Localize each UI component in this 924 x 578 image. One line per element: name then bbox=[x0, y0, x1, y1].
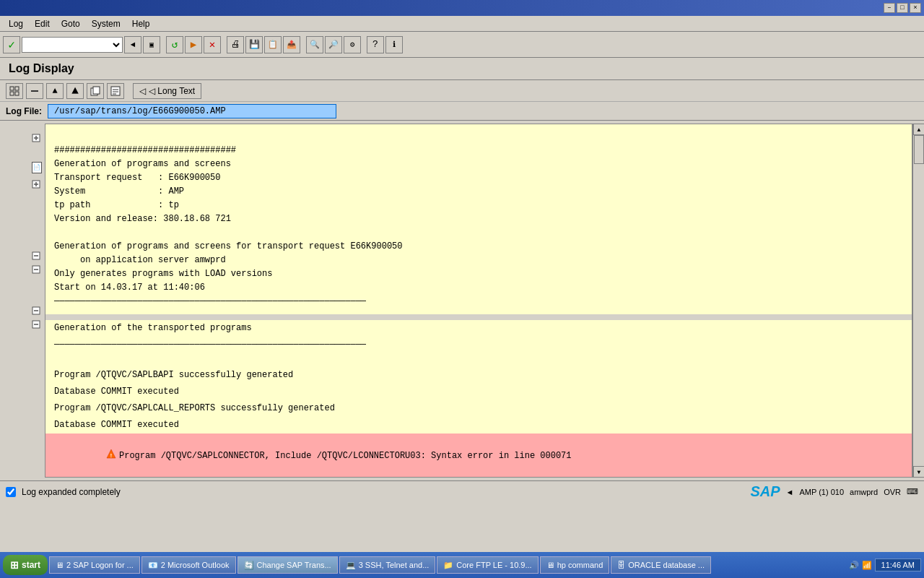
svg-rect-6 bbox=[93, 87, 100, 94]
long-text-label: ◁ Long Text bbox=[149, 86, 195, 96]
down-button[interactable]: ▲ bbox=[66, 83, 84, 99]
right-scrollbar[interactable]: ▲ ▼ bbox=[912, 124, 924, 478]
taskbar-item-1[interactable]: 📧 2 Microsoft Outlook bbox=[141, 556, 236, 574]
menu-system[interactable]: System bbox=[86, 17, 126, 30]
long-text-button[interactable]: ◁ ◁ Long Text bbox=[133, 83, 201, 99]
expand-all-button[interactable] bbox=[6, 83, 23, 99]
taskbar-icon-5: 🖥 bbox=[546, 561, 554, 569]
expand-err4[interactable] bbox=[32, 320, 40, 332]
taskbar-item-6[interactable]: 🗄 ORACLE database ... bbox=[611, 556, 711, 574]
log-line-commit1: Database COMMIT executed bbox=[45, 384, 912, 400]
log-line-4: System : AMP bbox=[54, 186, 184, 197]
up-button[interactable]: ▲ bbox=[46, 83, 64, 99]
forward-button[interactable]: ▣ bbox=[143, 36, 160, 53]
taskbar-item-3[interactable]: 💻 3 SSH, Telnet and... bbox=[339, 556, 436, 574]
settings-icon[interactable]: ⚙ bbox=[344, 36, 361, 53]
log-line-3: Transport request : E66K900050 bbox=[54, 173, 220, 183]
expand-err2[interactable] bbox=[32, 265, 40, 277]
icon-row-1 bbox=[1, 132, 43, 146]
scroll-up-button[interactable]: ▲ bbox=[913, 124, 924, 135]
menu-log[interactable]: Log bbox=[3, 17, 29, 30]
scroll-down-button[interactable]: ▼ bbox=[913, 466, 924, 478]
svg-rect-3 bbox=[15, 92, 19, 95]
log-line-2: Generation of programs and screens bbox=[54, 159, 231, 169]
taskbar-item-4[interactable]: 📁 Core FTP LE - 10.9... bbox=[437, 556, 538, 574]
title-bar-buttons: – □ × bbox=[884, 3, 921, 13]
log-file-bar: Log File: /usr/sap/trans/log/E66G900050.… bbox=[0, 102, 924, 121]
menu-edit[interactable]: Edit bbox=[29, 17, 56, 30]
taskbar-icon-6: 🗄 bbox=[617, 561, 625, 569]
svg-rect-0 bbox=[10, 87, 14, 90]
taskbar-label-2: Change SAP Trans... bbox=[257, 561, 331, 569]
find-icon[interactable]: 🔍 bbox=[306, 36, 323, 53]
menu-goto[interactable]: Goto bbox=[56, 17, 86, 30]
taskbar-label-0: 2 SAP Logon for ... bbox=[66, 561, 134, 569]
taskbar-label-4: Core FTP LE - 10.9... bbox=[456, 561, 531, 569]
minimize-button[interactable]: – bbox=[884, 3, 895, 13]
taskbar-item-2[interactable]: 🔄 Change SAP Trans... bbox=[237, 556, 338, 574]
execute-icon[interactable]: ▶ bbox=[185, 36, 202, 53]
icon-row-2 bbox=[1, 178, 43, 192]
mode-info: OVR bbox=[884, 488, 901, 496]
error-text-1: Program /QTQVC/SAPLCONNECTOR, Include /Q… bbox=[119, 449, 572, 463]
arrow-left-icon[interactable]: ◄ bbox=[786, 488, 794, 496]
taskbar-item-5[interactable]: 🖥 hp command bbox=[540, 556, 610, 574]
log-line-bapi: Program /QTQVC/SAPLBAPI successfully gen… bbox=[45, 367, 912, 384]
maximize-button[interactable]: □ bbox=[897, 3, 908, 13]
keyboard-icon[interactable]: ⌨ bbox=[907, 487, 918, 496]
taskbar-icons-system: 🔊 📶 bbox=[849, 561, 871, 570]
menu-bar: Log Edit Goto System Help bbox=[0, 16, 924, 32]
back-button[interactable]: ◄ bbox=[124, 36, 141, 53]
icon-row-err3 bbox=[1, 305, 43, 319]
taskbar-label-3: 3 SSH, Telnet and... bbox=[359, 561, 430, 569]
start-button[interactable]: ⊞ start bbox=[3, 555, 48, 575]
log-file-value: /usr/sap/trans/log/E66G900050.AMP bbox=[48, 104, 336, 118]
taskbar-icon-4: 📁 bbox=[443, 561, 453, 570]
expand-icon-2[interactable] bbox=[32, 180, 40, 191]
expand-err3[interactable] bbox=[32, 306, 40, 318]
help-icon[interactable]: ? bbox=[367, 36, 384, 53]
log-line-10: Start on 14.03.17 at 11:40:06 bbox=[54, 282, 205, 293]
taskbar-icon-1: 📧 bbox=[148, 561, 158, 570]
transaction-dropdown[interactable] bbox=[22, 37, 123, 53]
log-error-1: ! Program /QTQVC/SAPLCONNECTOR, Include … bbox=[45, 434, 912, 478]
collapse-all-button[interactable] bbox=[26, 83, 43, 99]
ok-icon[interactable]: ✓ bbox=[3, 36, 20, 53]
print-icon[interactable]: 🖨 bbox=[227, 36, 244, 53]
copy-button[interactable] bbox=[87, 83, 104, 99]
paper-icon[interactable]: 📄 bbox=[32, 162, 42, 173]
export-icon[interactable]: 📤 bbox=[283, 36, 300, 53]
left-icons-panel: 📄 bbox=[0, 124, 45, 478]
taskbar: ⊞ start 🖥 2 SAP Logon for ... 📧 2 Micros… bbox=[0, 552, 924, 578]
expand-err1[interactable] bbox=[32, 251, 40, 263]
refresh-icon[interactable]: ↺ bbox=[166, 36, 183, 53]
find2-icon[interactable]: 🔎 bbox=[325, 36, 342, 53]
log-section-2: Generation of the transported programs ─… bbox=[45, 320, 912, 478]
log-line-callrep: Program /QTQVC/SAPLCALL_REPORTS successf… bbox=[45, 400, 912, 417]
close-button[interactable]: × bbox=[910, 3, 921, 13]
scroll-thumb[interactable] bbox=[914, 135, 924, 164]
status-right: ◄ AMP (1) 010 amwprd OVR ⌨ bbox=[786, 487, 918, 496]
icon-row-err1 bbox=[1, 250, 43, 264]
log-section-1: ################################### Gene… bbox=[45, 124, 912, 316]
info-icon[interactable]: ℹ bbox=[385, 36, 403, 53]
taskbar-label-1: 2 Microsoft Outlook bbox=[161, 561, 230, 569]
log-expanded-checkbox[interactable] bbox=[6, 487, 16, 497]
log-line-6: Version and release: 380.18.68 721 bbox=[54, 214, 231, 224]
save-icon[interactable]: 💾 bbox=[245, 36, 263, 53]
stop-icon[interactable]: ✕ bbox=[204, 36, 221, 53]
page-title: Log Display bbox=[9, 62, 74, 74]
details-button[interactable] bbox=[107, 83, 124, 99]
taskbar-item-0[interactable]: 🖥 2 SAP Logon for ... bbox=[49, 556, 140, 574]
save2-icon[interactable]: 📋 bbox=[264, 36, 282, 53]
title-bar: – □ × bbox=[0, 0, 924, 16]
main-toolbar: ✓ ◄ ▣ ↺ ▶ ✕ 🖨 💾 📋 📤 🔍 🔎 ⚙ ? ℹ bbox=[0, 32, 924, 58]
sap-logo: SAP bbox=[750, 483, 780, 500]
expand-icon-1[interactable] bbox=[32, 134, 40, 145]
menu-help[interactable]: Help bbox=[126, 17, 156, 30]
taskbar-right: 🔊 📶 11:46 AM bbox=[849, 558, 921, 571]
user-info: amwprd bbox=[850, 488, 878, 496]
log-file-label: Log File: bbox=[6, 106, 42, 116]
svg-text:!: ! bbox=[110, 452, 113, 459]
log-line-gen: Generation of the transported programs bbox=[45, 320, 912, 337]
